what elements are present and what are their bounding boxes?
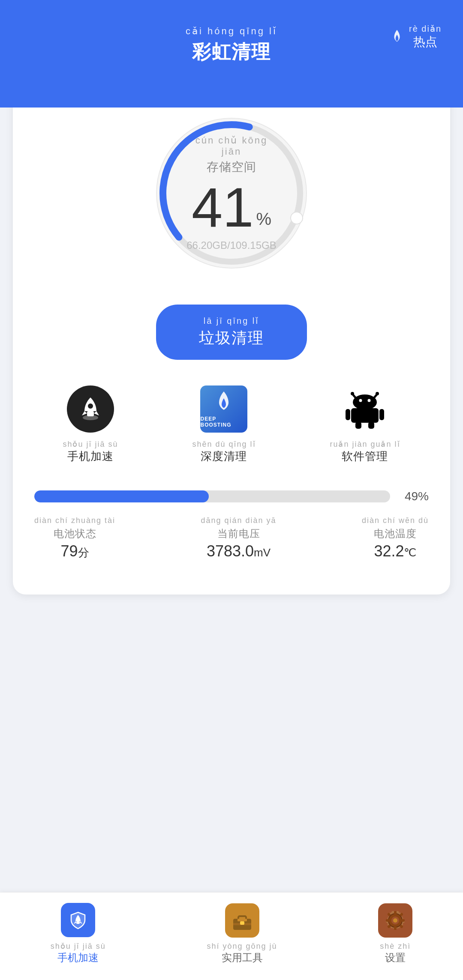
nav-phone-speed-label: shǒu jī jiā sù 手机加速	[51, 941, 106, 965]
svg-rect-5	[87, 411, 94, 416]
gear-icon	[384, 909, 406, 932]
nav-tools-pinyin: shí yòng gōng jù	[207, 942, 277, 951]
svg-point-3	[291, 212, 303, 224]
deep-boost-icon	[213, 391, 235, 414]
hot-point-label: rè diǎn 热点	[409, 24, 442, 50]
svg-rect-28	[394, 911, 397, 914]
toolbox-icon	[232, 911, 253, 930]
feature-phone-speed-text: 手机加速	[67, 449, 114, 464]
svg-rect-14	[351, 408, 379, 423]
gauge-percent-row: 41 %	[192, 179, 271, 235]
gauge-label: 存储空间	[207, 159, 256, 175]
battery-status-value: 79分	[61, 542, 89, 560]
shield-rocket-icon	[69, 911, 87, 929]
clean-button[interactable]: lā jī qīng lǐ 垃圾清理	[156, 305, 307, 360]
feature-app-manage-label: ruǎn jiàn guǎn lǐ 软件管理	[330, 439, 400, 464]
feature-deep-clean[interactable]: DEEP BOOSTING shēn dù qīng lǐ 深度清理	[192, 385, 256, 464]
deep-boost-text: DEEP BOOSTING	[200, 416, 247, 428]
svg-point-11	[353, 394, 377, 410]
battery-bar-row: 49%	[34, 490, 429, 503]
nav-item-tools[interactable]: shí yòng gōng jù 实用工具	[207, 903, 277, 965]
battery-temp-pinyin: diàn chí wēn dù	[362, 516, 429, 525]
gauge-storage: 66.20GB/109.15GB	[186, 239, 276, 251]
feature-deep-clean-pinyin: shēn dù qīng lǐ	[192, 439, 256, 449]
android-icon	[343, 388, 386, 430]
gauge-number: 41	[192, 179, 254, 235]
battery-stat-status: diàn chí zhuàng tài 电池状态 79分	[34, 516, 115, 560]
gauge-center: cún chǔ kōng jiān 存储空间 41 % 66.20GB/109.…	[186, 135, 276, 251]
nav-item-phone-speed[interactable]: shǒu jī jiā sù 手机加速	[51, 903, 106, 965]
gauge-percent-sign: %	[256, 210, 272, 227]
hot-point-button[interactable]: rè diǎn 热点	[389, 24, 442, 50]
svg-rect-24	[240, 921, 244, 925]
content-area: cún chǔ kōng jiān 存储空间 41 % 66.20GB/109.…	[0, 108, 463, 980]
feature-app-manage-text: 软件管理	[342, 449, 388, 464]
battery-stat-voltage: dāng qián diàn yā 当前电压 3783.0mV	[201, 516, 276, 560]
deep-clean-icon-bg: DEEP BOOSTING	[200, 385, 247, 433]
app-header: rè diǎn 热点 cǎi hóng qīng lǐ 彩虹清理	[0, 0, 463, 108]
nav-shield-icon	[61, 903, 95, 937]
app-title: 彩虹清理	[192, 39, 271, 65]
svg-point-10	[376, 392, 379, 395]
svg-rect-22	[238, 919, 247, 921]
battery-bar-fill	[34, 490, 209, 502]
nav-tools-text: 实用工具	[222, 951, 263, 965]
battery-status-pinyin: diàn chí zhuàng tài	[34, 516, 115, 525]
gauge-label-pinyin: cún chǔ kōng jiān	[186, 135, 276, 157]
feature-phone-speed-pinyin: shǒu jī jiā sù	[63, 439, 118, 449]
feature-app-manage[interactable]: ruǎn jiàn guǎn lǐ 软件管理	[330, 385, 400, 464]
nav-settings-label: shè zhì 设置	[380, 942, 411, 965]
battery-stat-temp: diàn chí wēn dù 电池温度 32.2℃	[362, 516, 429, 560]
battery-bar-track	[34, 490, 390, 502]
app-title-pinyin: cǎi hóng qīng lǐ	[186, 26, 277, 37]
storage-gauge: cún chǔ kōng jiān 存储空间 41 % 66.20GB/109.…	[146, 108, 317, 279]
feature-deep-clean-text: 深度清理	[201, 449, 247, 464]
svg-point-27	[393, 918, 397, 923]
feature-phone-speed-label: shǒu jī jiā sù 手机加速	[63, 439, 118, 464]
battery-status-label: 电池状态	[54, 527, 96, 541]
nav-tools-label: shí yòng gōng jù 实用工具	[207, 942, 277, 965]
fire-icon	[389, 29, 405, 45]
svg-rect-29	[394, 926, 397, 930]
feature-phone-speed[interactable]: shǒu jī jiā sù 手机加速	[63, 385, 118, 464]
nav-phone-speed-pinyin: shǒu jī jiā sù	[51, 941, 106, 951]
battery-stats-row: diàn chí zhuàng tài 电池状态 79分 dāng qián d…	[34, 516, 429, 560]
clean-button-text: 垃圾清理	[199, 328, 264, 349]
svg-point-12	[359, 399, 362, 402]
rocket-icon-bg	[67, 385, 114, 433]
svg-rect-19	[76, 921, 80, 924]
svg-point-8	[351, 392, 354, 395]
nav-toolbox-icon	[225, 903, 259, 938]
nav-settings-pinyin: shè zhì	[380, 942, 411, 951]
nav-settings-text: 设置	[385, 951, 406, 965]
clean-button-pinyin: lā jī qīng lǐ	[204, 316, 260, 326]
nav-gear-icon-bg	[378, 903, 412, 938]
battery-percent-text: 49%	[399, 490, 429, 503]
svg-rect-15	[346, 409, 350, 420]
svg-rect-30	[386, 919, 389, 922]
main-card: cún chǔ kōng jiān 存储空间 41 % 66.20GB/109.…	[13, 82, 450, 595]
svg-point-6	[88, 403, 93, 409]
hot-point-pinyin: rè diǎn	[409, 24, 442, 34]
battery-temp-label: 电池温度	[374, 527, 417, 541]
rocket-icon	[78, 394, 103, 424]
svg-rect-17	[355, 422, 361, 429]
feature-deep-clean-label: shēn dù qīng lǐ 深度清理	[192, 439, 256, 464]
features-row: shǒu jī jiā sù 手机加速 DEEP BOOSTING shēn d…	[26, 385, 437, 464]
svg-rect-16	[379, 409, 384, 420]
battery-voltage-pinyin: dāng qián diàn yā	[201, 516, 276, 525]
nav-phone-speed-text: 手机加速	[57, 951, 99, 965]
svg-rect-18	[368, 422, 374, 429]
battery-section: 49% diàn chí zhuàng tài 电池状态 79分 dāng qi…	[26, 490, 437, 560]
feature-app-manage-pinyin: ruǎn jiàn guǎn lǐ	[330, 439, 400, 449]
svg-rect-31	[401, 919, 405, 922]
battery-temp-value: 32.2℃	[374, 542, 416, 560]
battery-voltage-label: 当前电压	[217, 527, 260, 541]
android-icon-bg	[341, 385, 388, 433]
bottom-nav: shǒu jī jiā sù 手机加速 shí yòng gōng jù 实用工…	[0, 892, 463, 980]
svg-point-13	[368, 399, 371, 402]
nav-item-settings[interactable]: shè zhì 设置	[378, 903, 412, 965]
battery-voltage-value: 3783.0mV	[207, 542, 271, 560]
hot-point-text: 热点	[413, 34, 437, 50]
